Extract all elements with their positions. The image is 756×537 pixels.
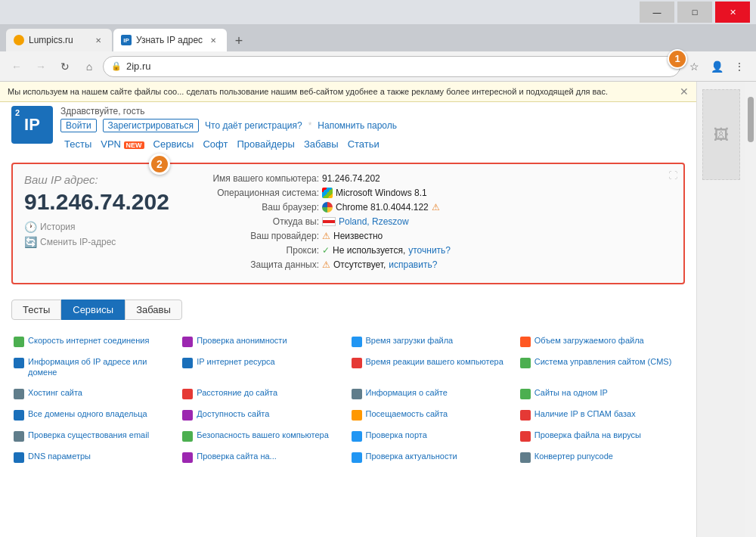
provider-value: ⚠ Неизвестно [322, 231, 383, 241]
service-link[interactable]: Проверка файла на вирусы [534, 430, 641, 440]
security-fix-link[interactable]: исправить? [389, 259, 437, 270]
new-tab-button[interactable]: + [228, 30, 249, 51]
service-item: Проверка сайта на... [180, 447, 347, 467]
computer-value: 91.246.74.202 [322, 173, 380, 184]
nav-articles[interactable]: Статьи [344, 137, 383, 151]
service-link[interactable]: Сайты на одном IP [534, 387, 608, 398]
notification-bar: Мы используем на нашем сайте файлы соо..… [0, 82, 696, 102]
service-icon [352, 452, 362, 463]
address-input[interactable]: 2ip.ru [126, 61, 672, 72]
notification-close[interactable]: ✕ [680, 85, 689, 98]
provider-label: Ваш провайдер: [206, 231, 319, 241]
service-icon [520, 389, 531, 399]
service-link[interactable]: Посещаемость сайта [366, 408, 448, 419]
ip-address: 91.246.74.202 [24, 189, 191, 215]
proxy-clarify-link[interactable]: уточнить? [408, 245, 451, 256]
avatar-button[interactable]: 👤 [706, 56, 727, 77]
tab-favicon-lumpics [14, 35, 24, 45]
service-link[interactable]: Время загрузки файла [366, 335, 454, 346]
service-item: Время реакции вашего компьютера [349, 352, 516, 382]
nav-soft[interactable]: Софт [199, 137, 231, 151]
service-item: Безопасность вашего компьютера [180, 426, 347, 445]
service-link[interactable]: Проверка порта [366, 430, 427, 440]
lock-icon: 🔒 [111, 61, 122, 71]
service-icon [352, 431, 362, 442]
service-link[interactable]: Система управления сайтом (CMS) [534, 356, 672, 367]
service-item: Проверка порта [349, 426, 516, 445]
service-link[interactable]: DNS параметры [28, 451, 91, 461]
service-link[interactable]: IP интернет ресурса [197, 356, 274, 367]
tab-close-2ip[interactable]: ✕ [207, 34, 219, 46]
service-link[interactable]: Расстояние до сайта [197, 387, 277, 398]
scrollbar[interactable] [745, 82, 756, 537]
ip-label: Ваш IP адрес: [24, 173, 191, 186]
browser-warning-icon: ⚠ [432, 202, 440, 213]
tab-close-lumpics[interactable]: ✕ [92, 34, 104, 46]
maximize-button[interactable]: □ [677, 2, 712, 23]
browser-label: Ваш браузер: [206, 202, 319, 213]
services-grid: Скорость интернет соединения Проверка ан… [0, 331, 696, 467]
refresh-button[interactable]: ↻ [54, 56, 76, 77]
service-icon [182, 410, 193, 421]
service-link[interactable]: Время реакции вашего компьютера [366, 356, 503, 367]
login-button[interactable]: Войти [60, 119, 97, 132]
vpn-new-badge: NEW [124, 141, 144, 149]
service-icon [14, 337, 24, 347]
tab-pill-tests[interactable]: Тесты [11, 300, 61, 320]
service-item: Хостинг сайта [11, 383, 178, 403]
tab-favicon-2ip: IP [121, 35, 132, 45]
nav-tests[interactable]: Тесты [60, 137, 95, 151]
service-link[interactable]: Проверка существования email [28, 430, 149, 440]
tab-pill-fun[interactable]: Забавы [125, 300, 182, 320]
ip-details: Имя вашего компьютера: 91.246.74.202 Опе… [206, 173, 672, 274]
scrollbar-thumb[interactable] [748, 97, 754, 142]
service-icon [352, 358, 362, 368]
service-link[interactable]: Хостинг сайта [28, 387, 82, 398]
remind-password-link[interactable]: Напомнить пароль [318, 120, 397, 131]
location-link[interactable]: Poland, Rzeszow [339, 216, 409, 227]
service-link[interactable]: Конвертер punycode [534, 451, 613, 461]
service-link[interactable]: Скорость интернет соединения [28, 335, 149, 346]
service-link[interactable]: Наличие IP в СПАМ базах [534, 408, 636, 419]
what-gives-link[interactable]: Что даёт регистрация? [205, 120, 302, 131]
nav-providers[interactable]: Провайдеры [233, 137, 298, 151]
service-link[interactable]: Проверка сайта на... [197, 451, 277, 461]
service-link[interactable]: Проверка анонимности [197, 335, 287, 346]
tab-lumpics[interactable]: Lumpics.ru ✕ [6, 29, 112, 51]
service-icon [14, 410, 24, 421]
service-item: Все домены одного владельца [11, 405, 178, 424]
site-header: 2 IP Здравствуйте, гость Войти Зарегистр… [0, 102, 696, 155]
tab-2ip[interactable]: IP Узнать IP адрес ✕ [113, 29, 227, 51]
service-link[interactable]: Проверка актуальности [366, 451, 457, 461]
service-link[interactable]: Информация о сайте [366, 387, 448, 398]
nav-vpn[interactable]: VPN NEW [97, 137, 147, 151]
service-item: Сайты на одном IP [518, 383, 685, 403]
service-link[interactable]: Доступность сайта [197, 408, 269, 419]
service-item: Система управления сайтом (CMS) [518, 352, 685, 382]
window-controls: — □ ✕ [640, 2, 750, 23]
tab-pill-services[interactable]: Сервисы [61, 300, 125, 320]
address-bar[interactable]: 🔒 2ip.ru 1 [103, 56, 680, 77]
register-button[interactable]: Зарегистрироваться [103, 119, 199, 132]
close-button[interactable]: ✕ [715, 2, 750, 23]
forward-button[interactable]: → [30, 56, 51, 77]
service-link[interactable]: Информация об IP адресе или домене [28, 356, 176, 378]
detail-row-browser: Ваш браузер: Chrome 81.0.4044.122 ⚠ [206, 202, 672, 213]
service-link[interactable]: Объем загружаемого файла [534, 335, 644, 346]
poland-flag [322, 217, 336, 226]
menu-button[interactable]: ⋮ [729, 56, 750, 77]
nav-menu: Тесты VPN NEW Сервисы Софт Провайдеры За… [60, 135, 685, 155]
home-button[interactable]: ⌂ [79, 56, 100, 77]
ip-change-link[interactable]: 🔄 Сменить IP-адрес [24, 236, 191, 248]
detail-row-security: Защита данных: ⚠ Отсутствует, исправить? [206, 259, 672, 270]
ip-history-link[interactable]: 🕐 История [24, 221, 191, 233]
expand-icon[interactable]: ⛶ [668, 170, 677, 181]
back-button[interactable]: ← [6, 56, 27, 77]
service-link[interactable]: Безопасность вашего компьютера [197, 430, 329, 440]
nav-fun[interactable]: Забавы [300, 137, 342, 151]
minimize-button[interactable]: — [640, 2, 674, 23]
service-link[interactable]: Все домены одного владельца [28, 408, 147, 419]
service-icon [520, 358, 531, 368]
nav-services[interactable]: Сервисы [150, 137, 198, 151]
tabs-row: Тесты Сервисы Забавы [11, 300, 685, 320]
